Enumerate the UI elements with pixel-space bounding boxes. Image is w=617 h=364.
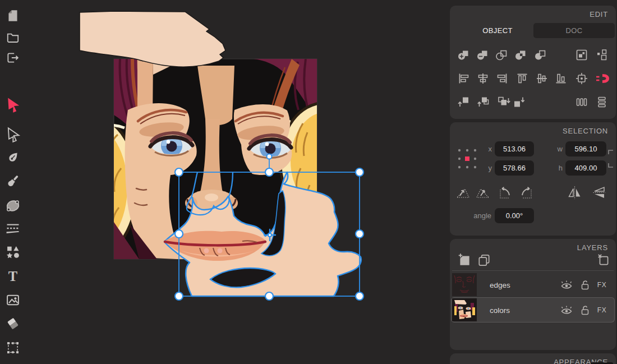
select-cursor-icon (4, 96, 21, 113)
left-toolbar: T (0, 0, 26, 364)
rotate-90-cw-button[interactable] (518, 185, 535, 201)
flip-horizontal-button[interactable] (566, 185, 583, 200)
shape-builder-tool-button[interactable] (4, 197, 22, 215)
send-backward-button[interactable] (495, 94, 512, 110)
eraser-tool-button[interactable] (4, 315, 22, 333)
w-label: w (558, 145, 563, 153)
align-right-button[interactable] (494, 71, 510, 86)
marquee-icon (5, 340, 21, 356)
rotate-ccw-angle-button[interactable] (454, 185, 471, 201)
divide-button[interactable] (532, 47, 549, 63)
new-document-button[interactable] (4, 7, 22, 25)
x-label: x (489, 145, 492, 153)
bring-to-front-button[interactable] (455, 94, 472, 110)
x-field[interactable]: 513.06 (495, 141, 534, 156)
image-icon (5, 292, 21, 308)
node-select-cursor-icon (5, 127, 21, 142)
new-document-icon (6, 8, 20, 23)
colors-layer-thumbnail (452, 298, 477, 321)
distribute-v-button[interactable] (593, 94, 610, 110)
rotation-handle[interactable] (267, 154, 272, 159)
send-to-back-button[interactable] (511, 94, 528, 110)
shapes-icon (5, 244, 21, 260)
snap-button[interactable] (595, 71, 611, 86)
align-top-button[interactable] (514, 71, 531, 86)
duplicate-layer-button[interactable] (476, 252, 492, 268)
mask-button[interactable] (573, 47, 590, 63)
anchor-point-widget[interactable] (455, 146, 479, 172)
appearance-panel: APPEARANCE (450, 353, 616, 364)
rotate-cw-angle-button[interactable] (474, 185, 491, 201)
align-center-h-button[interactable] (475, 71, 491, 86)
layer-row-colors[interactable]: colors FX (451, 297, 615, 322)
constrain-proportions-icon[interactable] (607, 147, 614, 171)
colors-lock-toggle[interactable] (580, 305, 591, 315)
align-center-v-button[interactable] (533, 71, 550, 86)
edit-panel: EDIT OBJECT DOC (450, 6, 616, 119)
ungroup-button[interactable] (593, 47, 610, 63)
flip-vertical-button[interactable] (591, 185, 607, 200)
y-label: y (489, 164, 492, 172)
angle-field[interactable]: 0.00° (495, 208, 534, 223)
export-button[interactable] (4, 49, 22, 67)
selection-panel: SELECTION x 513.06 w 596.10 y 578.66 h 4… (450, 122, 616, 236)
line-styles-icon (5, 220, 21, 236)
layer-row-edges[interactable]: edges FX (451, 272, 615, 297)
tab-object[interactable]: OBJECT (461, 23, 534, 38)
layers-panel: LAYERS edges FX colors FX (450, 239, 616, 350)
pen-tool-button[interactable] (4, 148, 22, 166)
image-tool-button[interactable] (4, 291, 22, 309)
rotate-90-ccw-button[interactable] (496, 185, 513, 201)
layers-divider (452, 270, 614, 271)
text-tool-icon: T (5, 269, 21, 284)
h-field[interactable]: 409.00 (565, 160, 606, 176)
subtract-button[interactable] (475, 47, 491, 63)
edges-lock-toggle[interactable] (580, 279, 591, 290)
tab-doc[interactable]: DOC (533, 23, 615, 38)
h-label: h (559, 164, 563, 172)
exclude-button[interactable] (513, 47, 529, 63)
align-bottom-button[interactable] (552, 71, 569, 86)
eraser-icon (5, 316, 21, 331)
export-icon (6, 50, 20, 65)
intersect-button[interactable] (494, 47, 510, 63)
delete-layer-button[interactable] (595, 252, 612, 268)
open-folder-button[interactable] (4, 28, 22, 46)
w-field[interactable]: 596.10 (565, 141, 606, 156)
edges-layer-thumbnail (452, 273, 477, 296)
edit-panel-header: EDIT (590, 10, 608, 19)
union-button[interactable] (455, 47, 472, 63)
distribute-h-button[interactable] (573, 94, 590, 110)
colors-visibility-toggle[interactable] (560, 305, 573, 315)
align-artboard-button[interactable] (573, 71, 590, 86)
pen-icon (6, 150, 21, 165)
align-left-button[interactable] (455, 71, 472, 86)
left-eye (150, 133, 192, 156)
brush-icon (6, 173, 21, 188)
y-field[interactable]: 578.66 (495, 160, 534, 176)
text-tool-button[interactable]: T (4, 268, 22, 285)
brush-tool-button[interactable] (4, 172, 22, 190)
edges-fx-button[interactable]: FX (597, 281, 606, 289)
shape-builder-icon (5, 198, 21, 214)
layers-panel-header: LAYERS (577, 243, 608, 252)
layer-name-edges: edges (490, 280, 510, 289)
selection-panel-header: SELECTION (563, 127, 608, 135)
vector-editor-app: T EDIT OBJECT DOC (0, 0, 617, 364)
add-layer-button[interactable] (456, 252, 473, 268)
layer-name-colors: colors (490, 306, 510, 314)
angle-label: angle (473, 211, 491, 220)
shapes-tool-button[interactable] (4, 243, 22, 261)
colors-fx-button[interactable]: FX (597, 306, 606, 314)
marquee-tool-button[interactable] (4, 339, 22, 357)
node-select-tool-button[interactable] (4, 126, 22, 144)
edges-visibility-toggle[interactable] (560, 280, 573, 290)
folder-icon (6, 30, 20, 44)
svg-text:T: T (8, 269, 17, 284)
select-tool-button[interactable] (4, 96, 22, 114)
line-styles-tool-button[interactable] (4, 219, 22, 237)
bring-forward-button[interactable] (475, 94, 492, 110)
canvas[interactable] (0, 0, 449, 364)
